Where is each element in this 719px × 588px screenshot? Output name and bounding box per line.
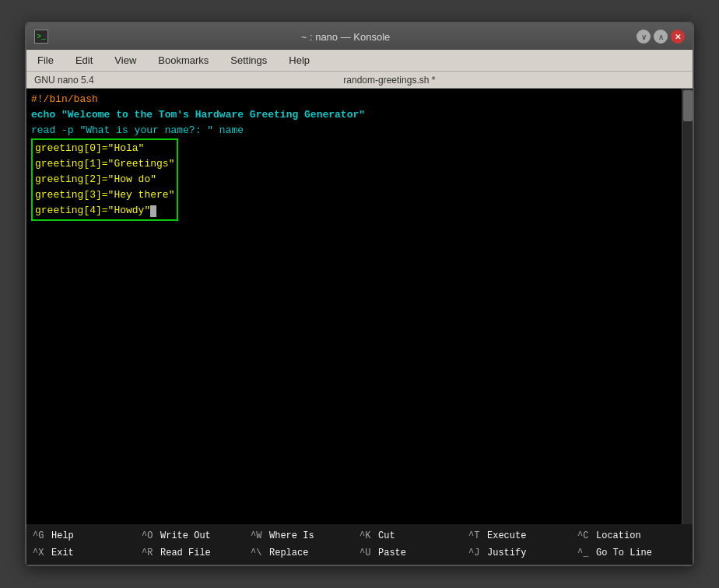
shortcut-label-whereis: Where Is [269,530,314,541]
menu-help[interactable]: Help [284,53,314,68]
code-line-6: greeting[2]="How do" [35,172,174,187]
shortcut-key-writeout: ^O [142,530,159,541]
maximize-button[interactable]: ∧ [654,30,668,44]
shortcut-key-justify: ^J [468,548,486,558]
shortcut-justify[interactable]: ^J Justify [468,544,577,562]
shortcut-key-readfile: ^R [142,548,159,558]
terminal-window: >_ ~ : nano — Konsole ∨ ∧ ✕ File Edit Vi… [25,22,694,566]
menu-bar: File Edit View Bookmarks Settings Help [26,50,693,72]
menu-view[interactable]: View [110,53,141,68]
window-title: ~ : nano — Konsole [54,31,637,43]
shortcut-label-help: Help [51,530,74,541]
selected-region: greeting[0]="Hola" greeting[1]="Greeting… [31,138,178,221]
scrollbar-thumb[interactable] [683,90,693,121]
window-controls: ∨ ∧ ✕ [637,30,685,44]
shortcut-label-exit: Exit [51,548,74,558]
minimize-button[interactable]: ∨ [637,30,651,44]
menu-bookmarks[interactable]: Bookmarks [153,53,213,68]
text-cursor [150,205,156,217]
nano-version: GNU nano 5.4 [34,75,94,86]
shortcut-group-1: ^G Help ^X Exit [33,527,142,562]
scrollbar[interactable] [682,89,693,524]
shortcut-label-replace: Replace [269,548,308,558]
shortcut-key-gotoline: ^_ [577,548,594,558]
shortcut-execute[interactable]: ^T Execute [468,527,577,544]
shortcut-writeout[interactable]: ^O Write Out [142,527,251,544]
shortcut-whereis[interactable]: ^W Where Is [251,527,360,544]
shortcuts-bar: ^G Help ^X Exit ^O Write Out ^R Read Fil… [26,524,693,565]
shortcut-group-4: ^K Cut ^U Paste [360,527,468,562]
shortcut-key-location: ^C [577,530,594,541]
shortcut-replace[interactable]: ^\ Replace [251,544,360,562]
menu-settings[interactable]: Settings [226,53,272,68]
code-line-4: greeting[0]="Hola" [35,141,174,156]
shortcut-key-whereis: ^W [251,530,268,541]
shortcut-label-location: Location [596,530,641,541]
shortcut-label-readfile: Read File [160,548,211,558]
code-line-1: #!/bin/bash [31,92,677,107]
shortcut-label-cut: Cut [378,530,395,541]
shortcut-gotoline[interactable]: ^_ Go To Line [577,544,686,562]
editor-area[interactable]: #!/bin/bash echo "Welcome to the Tom's H… [26,89,693,524]
shortcut-group-6: ^C Location ^_ Go To Line [577,527,686,562]
shortcut-key-help: ^G [33,530,50,541]
code-line-8: greeting[4]="Howdy" [35,203,174,219]
shortcut-label-writeout: Write Out [160,530,211,541]
selection-border: greeting[0]="Hola" greeting[1]="Greeting… [31,138,178,221]
shortcut-cut[interactable]: ^K Cut [360,527,468,544]
menu-edit[interactable]: Edit [71,53,97,68]
shortcut-key-exit: ^X [33,548,50,558]
shortcut-exit[interactable]: ^X Exit [33,544,142,562]
shortcut-group-5: ^T Execute ^J Justify [468,527,577,562]
shortcut-label-gotoline: Go To Line [596,548,652,558]
shortcut-help[interactable]: ^G Help [33,527,142,544]
shortcut-group-2: ^O Write Out ^R Read File [142,527,251,562]
shortcut-paste[interactable]: ^U Paste [360,544,468,562]
title-bar: >_ ~ : nano — Konsole ∨ ∧ ✕ [26,23,693,50]
close-button[interactable]: ✕ [671,30,685,44]
shortcut-group-3: ^W Where Is ^\ Replace [251,527,360,562]
menu-file[interactable]: File [33,53,58,68]
shortcut-label-paste: Paste [378,548,406,558]
shortcut-label-execute: Execute [487,530,526,541]
nano-filename: random-greetings.sh * [94,75,685,86]
shortcut-key-paste: ^U [360,548,377,558]
terminal-icon-label: >_ [37,33,46,41]
code-line-2: echo "Welcome to the Tom's Hardware Gree… [31,107,677,123]
code-line-7: greeting[3]="Hey there" [35,187,174,203]
code-line-3: read -p "What is your name?: " name [31,123,677,138]
shortcut-location[interactable]: ^C Location [577,527,686,544]
nano-status-bar: GNU nano 5.4 random-greetings.sh * [26,72,693,89]
terminal-icon: >_ [34,30,48,44]
shortcuts-row: ^G Help ^X Exit ^O Write Out ^R Read Fil… [33,527,686,562]
editor-content[interactable]: #!/bin/bash echo "Welcome to the Tom's H… [26,89,682,524]
shortcut-label-justify: Justify [487,548,526,558]
shortcut-readfile[interactable]: ^R Read File [142,544,251,562]
shortcut-key-execute: ^T [468,530,486,541]
code-line-5: greeting[1]="Greetings" [35,156,174,172]
shortcut-key-replace: ^\ [251,548,268,558]
shortcut-key-cut: ^K [360,530,377,541]
